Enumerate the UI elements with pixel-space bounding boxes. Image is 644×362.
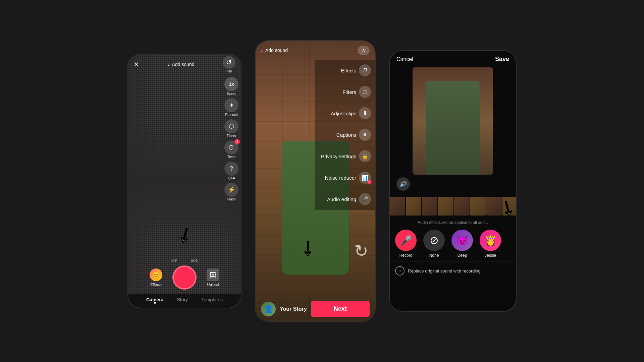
qa-icon: ?: [224, 162, 238, 176]
tab-camera[interactable]: Camera: [140, 297, 170, 302]
story-bar: 👤 Your Story Next: [256, 297, 375, 321]
menu-adjust-clips[interactable]: Adjust clips ⏸: [315, 103, 375, 124]
replace-sound-icon: ○: [395, 266, 405, 276]
save-button[interactable]: Save: [495, 56, 509, 63]
replace-sound-bar: ○ Replace original sound with recording: [390, 261, 516, 280]
tab-story[interactable]: Story: [170, 297, 195, 302]
upload-icon: 🖼: [207, 268, 219, 281]
menu-filters[interactable]: Filters ⬡: [315, 81, 375, 103]
music-icon: ♪: [168, 62, 170, 67]
phone-2: ♪ Add sound ∧ Effects ⏱ Filters ⬡ Adjust…: [255, 40, 376, 322]
flip-icon: ↺: [223, 56, 235, 69]
menu-effects[interactable]: Effects ⏱: [315, 60, 375, 81]
filters-label: Filters: [227, 134, 236, 138]
noise-reducer-label: Noise reducer: [319, 175, 356, 181]
film-frame: [390, 197, 405, 216]
jessie-effect-icon: 👸: [480, 230, 501, 251]
filters-icon: ⬡: [224, 119, 238, 133]
cancel-button[interactable]: Cancel: [396, 56, 413, 62]
record-button[interactable]: [172, 265, 197, 290]
audio-note: Audio effects will be applied to all aud…: [390, 219, 516, 226]
menu-privacy-settings[interactable]: Privacy settings 🔒: [315, 145, 375, 167]
record-effect-label: Record: [399, 253, 413, 258]
phone1-top-bar: ✕ ♪ Add sound ↺ Flip: [128, 54, 241, 74]
effect-deep[interactable]: 😈 Deep: [451, 230, 473, 258]
add-sound-button-2[interactable]: ♪ Add sound: [261, 48, 288, 53]
timer-button[interactable]: ⏱ 3 Timer: [224, 140, 238, 159]
record-effect-icon: 🎤: [395, 230, 417, 251]
story-avatar: 👤: [261, 302, 276, 316]
phone2-bottom: 👤 Your Story Next: [256, 297, 375, 321]
retouch-icon: ✦: [224, 98, 238, 112]
film-frame: [454, 197, 470, 216]
none-effect-label: None: [429, 253, 439, 258]
qa-button[interactable]: ? Q&A: [224, 162, 238, 180]
privacy-icon: 🔒: [359, 150, 371, 162]
flip-button[interactable]: ↺ Flip: [223, 56, 235, 73]
add-sound-label: Add sound: [172, 62, 195, 67]
phone3-top-bar: Cancel Save: [390, 51, 516, 67]
next-button[interactable]: Next: [311, 301, 370, 317]
flash-icon: ⚡: [224, 183, 238, 197]
film-frame: [438, 197, 453, 216]
audio-editing-icon: 🎤: [359, 193, 371, 205]
upload-button[interactable]: 🖼 Upload: [207, 268, 219, 287]
menu-noise-reducer[interactable]: Noise reducer 📊 ✓: [315, 167, 375, 188]
none-effect-icon: ⊘: [423, 230, 445, 251]
effect-none[interactable]: ⊘ None: [423, 230, 445, 258]
deep-effect-icon: 😈: [451, 230, 473, 251]
record-row: 😊 Effects 🖼 Upload: [128, 265, 241, 290]
menu-audio-editing[interactable]: Audio editing 🎤: [315, 188, 375, 210]
adjust-clips-icon: ⏸: [359, 107, 371, 119]
effects-menu-icon: ⏱: [359, 64, 371, 76]
flash-button[interactable]: ⚡ Flash: [224, 183, 238, 201]
menu-captions[interactable]: Captions ≡: [315, 124, 375, 145]
privacy-settings-label: Privacy settings: [319, 154, 356, 159]
right-menu: Effects ⏱ Filters ⬡ Adjust clips ⏸ Capti…: [315, 60, 375, 210]
film-frame: [486, 197, 502, 216]
deep-effect-label: Deep: [458, 253, 467, 258]
time-3m: 3m: [171, 258, 177, 263]
film-frame: [422, 197, 437, 216]
timer-label: Timer: [227, 155, 235, 159]
bottom-tabs: Camera Story Templates: [128, 294, 241, 308]
jessie-effect-label: Jessie: [485, 253, 496, 258]
effect-record[interactable]: 🎤 Record: [395, 230, 417, 258]
filters-menu-label: Filters: [319, 89, 356, 95]
person-body: [426, 81, 480, 175]
noise-check: ✓: [367, 180, 372, 184]
speaker-area: 🔊: [390, 175, 516, 193]
add-sound-label-2: Add sound: [265, 48, 288, 53]
phone-3: Cancel Save 🔊 Audio effects will be appl…: [389, 50, 517, 312]
effect-jessie[interactable]: 👸 Jessie: [480, 230, 501, 258]
music-icon-2: ♪: [261, 48, 263, 53]
film-frame: [406, 197, 421, 216]
adjust-clips-label: Adjust clips: [319, 111, 356, 116]
speed-icon: 1x: [224, 77, 238, 91]
speed-button[interactable]: 1x Speed: [224, 77, 238, 96]
rotate-button[interactable]: ↻: [354, 241, 368, 261]
tab-templates[interactable]: Templates: [195, 297, 229, 302]
carets-button[interactable]: ∧: [358, 46, 370, 55]
film-frame: [470, 197, 486, 216]
close-button[interactable]: ✕: [133, 60, 139, 68]
noise-reducer-icon: 📊 ✓: [359, 172, 371, 184]
flash-label: Flash: [227, 197, 235, 201]
flip-label: Flip: [226, 69, 232, 73]
film-frame: [502, 197, 516, 216]
effects-icon: 😊: [150, 268, 162, 281]
phone-1: ✕ ♪ Add sound ↺ Flip 1x Speed ✦ Retouch: [127, 54, 241, 308]
filters-button[interactable]: ⬡ Filters: [224, 119, 238, 138]
filmstrip: [390, 197, 516, 216]
effects-menu-label: Effects: [319, 68, 356, 73]
timer-badge: 3: [234, 139, 240, 144]
replace-sound-text: Replace original sound with recording: [408, 268, 481, 274]
sidebar-icons: 1x Speed ✦ Retouch ⬡ Filters ⏱ 3 Timer ?: [222, 74, 241, 204]
effects-button[interactable]: 😊 Effects: [150, 268, 162, 287]
add-sound-button[interactable]: ♪ Add sound: [168, 62, 195, 67]
timer-icon: ⏱ 3: [224, 140, 238, 155]
retouch-button[interactable]: ✦ Retouch: [224, 98, 238, 117]
audio-effects-row: 🎤 Record ⊘ None 😈 Deep 👸 Jessie: [390, 226, 516, 261]
upload-label: Upload: [207, 283, 219, 287]
time-60s: 60s: [191, 258, 198, 263]
